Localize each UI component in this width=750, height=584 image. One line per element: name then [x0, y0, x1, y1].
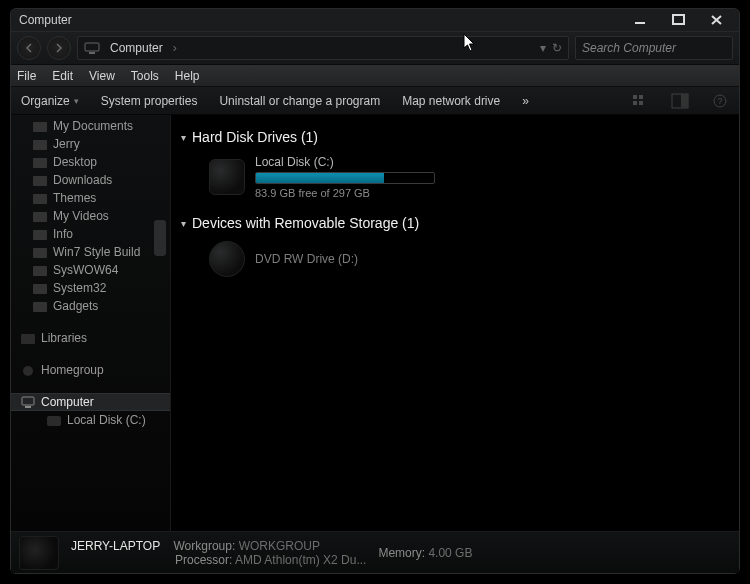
svg-rect-5: [639, 95, 643, 99]
computer-icon: [21, 396, 35, 408]
svg-rect-25: [22, 397, 34, 405]
details-workgroup-label: Workgroup:: [174, 539, 236, 553]
optical-drive-icon: [209, 241, 245, 277]
svg-point-24: [23, 366, 33, 376]
menu-bar: File Edit View Tools Help: [11, 65, 739, 87]
tree-item-desktop[interactable]: Desktop: [11, 153, 170, 171]
folder-icon: [33, 210, 47, 222]
svg-rect-3: [89, 52, 95, 54]
tree-item-gadgets[interactable]: Gadgets: [11, 297, 170, 315]
svg-rect-6: [633, 101, 637, 105]
refresh-icon[interactable]: ↻: [552, 41, 562, 55]
svg-rect-16: [33, 194, 47, 204]
details-memory: 4.00 GB: [428, 546, 472, 560]
svg-rect-19: [33, 248, 47, 258]
dropdown-icon[interactable]: ▾: [540, 41, 546, 55]
titlebar[interactable]: Computer: [11, 9, 739, 31]
breadcrumb-sep: ›: [173, 41, 177, 55]
scrollbar-thumb[interactable]: [154, 220, 166, 256]
tree-item-themes[interactable]: Themes: [11, 189, 170, 207]
collapse-icon[interactable]: ▾: [181, 218, 186, 229]
command-bar: Organize ▾ System properties Uninstall o…: [11, 87, 739, 115]
tree-item-computer[interactable]: Computer: [11, 393, 170, 411]
svg-rect-2: [85, 43, 99, 51]
uninstall-program-button[interactable]: Uninstall or change a program: [219, 94, 380, 108]
details-processor-label: Processor:: [175, 553, 232, 567]
minimize-button[interactable]: [627, 13, 655, 27]
folder-icon: [33, 228, 47, 240]
search-input[interactable]: Search Computer: [575, 36, 733, 60]
more-commands-button[interactable]: »: [522, 94, 529, 108]
svg-rect-15: [33, 176, 47, 186]
forward-button[interactable]: [47, 36, 71, 60]
menu-edit[interactable]: Edit: [52, 69, 73, 83]
navigation-row: Computer › ▾ ↻ Search Computer: [11, 31, 739, 65]
folder-icon: [33, 120, 47, 132]
svg-rect-26: [25, 406, 31, 408]
svg-rect-1: [673, 15, 684, 24]
menu-view[interactable]: View: [89, 69, 115, 83]
back-button[interactable]: [17, 36, 41, 60]
explorer-window: Computer Computer › ▾ ↻: [10, 8, 740, 574]
tree-item-my-videos[interactable]: My Videos: [11, 207, 170, 225]
hard-disk-icon: [209, 159, 245, 195]
drive-item-dvd-d[interactable]: DVD RW Drive (D:): [181, 235, 729, 283]
tree-item-homegroup[interactable]: Homegroup: [11, 361, 170, 379]
body: My Documents Jerry Desktop Downloads The…: [11, 115, 739, 531]
breadcrumb[interactable]: Computer: [106, 41, 167, 55]
menu-file[interactable]: File: [17, 69, 36, 83]
svg-rect-20: [33, 266, 47, 276]
svg-rect-9: [681, 94, 688, 108]
svg-rect-7: [639, 101, 643, 105]
details-memory-label: Memory:: [378, 546, 425, 560]
folder-icon: [33, 264, 47, 276]
view-options-icon[interactable]: [631, 93, 649, 109]
details-pane: JERRY-LAPTOP Workgroup: WORKGROUP Proces…: [11, 531, 739, 573]
tree-item-info[interactable]: Info: [11, 225, 170, 243]
libraries-icon: [21, 332, 35, 344]
drive-label: DVD RW Drive (D:): [255, 252, 358, 266]
svg-rect-14: [33, 158, 47, 168]
svg-rect-21: [33, 284, 47, 294]
tree-item-win7-style[interactable]: Win7 Style Build: [11, 243, 170, 261]
drive-item-local-disk-c[interactable]: Local Disk (C:) 83.9 GB free of 297 GB: [181, 149, 729, 205]
tree-item-downloads[interactable]: Downloads: [11, 171, 170, 189]
drive-label: Local Disk (C:): [255, 155, 435, 169]
navigation-pane[interactable]: My Documents Jerry Desktop Downloads The…: [11, 115, 171, 531]
folder-icon: [33, 138, 47, 150]
window-title: Computer: [19, 13, 72, 27]
svg-rect-18: [33, 230, 47, 240]
tree-item-my-documents[interactable]: My Documents: [11, 117, 170, 135]
group-header-hdd[interactable]: ▾ Hard Disk Drives (1): [181, 129, 729, 145]
group-header-removable[interactable]: ▾ Devices with Removable Storage (1): [181, 215, 729, 231]
chevron-down-icon: ▾: [74, 96, 79, 106]
folder-icon: [33, 192, 47, 204]
content-pane[interactable]: ▾ Hard Disk Drives (1) Local Disk (C:) 8…: [171, 115, 739, 531]
search-placeholder: Search Computer: [582, 41, 676, 55]
svg-rect-12: [33, 122, 47, 132]
close-button[interactable]: [703, 13, 731, 27]
collapse-icon[interactable]: ▾: [181, 132, 186, 143]
tree-item-system32[interactable]: System32: [11, 279, 170, 297]
menu-help[interactable]: Help: [175, 69, 200, 83]
folder-icon: [33, 246, 47, 258]
tree-item-local-disk[interactable]: Local Disk (C:): [11, 411, 170, 429]
svg-rect-27: [47, 416, 61, 426]
menu-tools[interactable]: Tools: [131, 69, 159, 83]
tree-item-libraries[interactable]: Libraries: [11, 329, 170, 347]
tree-item-syswow64[interactable]: SysWOW64: [11, 261, 170, 279]
organize-button[interactable]: Organize ▾: [21, 94, 79, 108]
drive-free-text: 83.9 GB free of 297 GB: [255, 187, 435, 199]
svg-rect-13: [33, 140, 47, 150]
folder-icon: [33, 282, 47, 294]
preview-pane-icon[interactable]: [671, 93, 689, 109]
folder-icon: [33, 156, 47, 168]
sidebar-scrollbar[interactable]: [152, 115, 168, 531]
map-network-drive-button[interactable]: Map network drive: [402, 94, 500, 108]
address-bar[interactable]: Computer › ▾ ↻: [77, 36, 569, 60]
help-icon[interactable]: ?: [711, 93, 729, 109]
svg-rect-4: [633, 95, 637, 99]
system-properties-button[interactable]: System properties: [101, 94, 198, 108]
tree-item-jerry[interactable]: Jerry: [11, 135, 170, 153]
maximize-button[interactable]: [665, 13, 693, 27]
